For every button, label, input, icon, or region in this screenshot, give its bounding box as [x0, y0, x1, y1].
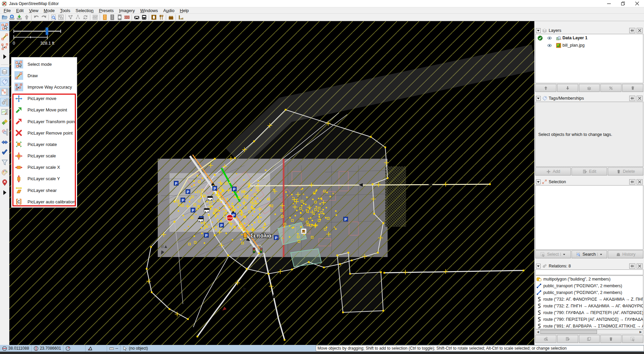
dlg-conflict-button[interactable]	[0, 138, 9, 147]
layers-close-button[interactable]	[637, 28, 643, 33]
scroll-left-arrow[interactable]: ◀	[536, 330, 540, 334]
preset-bus-button[interactable]	[140, 14, 148, 21]
dlg-filter-button[interactable]	[0, 158, 9, 167]
dropdown-arrow-icon[interactable]	[599, 253, 603, 256]
scroll-thumb[interactable]	[540, 330, 597, 334]
download-data-button[interactable]	[8, 14, 15, 21]
layers-collapse-button[interactable]	[536, 28, 541, 33]
selection-collapse-button[interactable]	[536, 180, 541, 184]
dlg-palette-button[interactable]	[0, 168, 9, 177]
selection-list[interactable]	[535, 185, 643, 250]
upload-data-button[interactable]	[23, 14, 30, 21]
layer-visible-eye-icon[interactable]	[547, 43, 552, 48]
menu-audio[interactable]: Audio	[161, 7, 177, 14]
mode-menu-item-select-mode[interactable]: Select mode	[11, 58, 77, 70]
relations-filter-input[interactable]	[535, 269, 643, 275]
relation-row[interactable]: public_transport ("ΡΟΣΙΝΙΟΛ", 2 members)	[536, 283, 643, 289]
mode-menu-item-piclayer-scale-y[interactable]: PicLayer scale Y	[11, 173, 77, 185]
relation-select-button[interactable]	[622, 335, 643, 343]
mode-menu-item-improve-way-accuracy[interactable]: Improve Way Accuracy	[11, 81, 77, 93]
select-mode-button[interactable]	[0, 22, 9, 31]
selection-close-button[interactable]	[637, 179, 643, 185]
relation-row[interactable]: route ("790: ΓΛΥΦΑΔΑ → ΠΕΡΙΣΤΕΡΙ (ΑΓ. ΑΝ…	[536, 309, 643, 316]
restore-button[interactable]	[616, 0, 630, 7]
layer-up-button[interactable]	[535, 84, 556, 92]
road-motorway-button[interactable]	[101, 14, 108, 21]
mode-menu-item-piclayer-shear[interactable]: PicLayer shear	[11, 185, 77, 196]
improve-way-button[interactable]	[0, 42, 9, 51]
dlg-selection-button[interactable]	[0, 88, 9, 96]
mode-menu-item-piclayer-scale-x[interactable]: PicLayer scale X	[11, 162, 77, 173]
mode-menu-item-piclayer-transform-point[interactable]: PicLayer Transform point	[11, 116, 77, 127]
road-crossing-button[interactable]	[116, 14, 123, 21]
dlg-autoscale-button[interactable]	[0, 118, 9, 127]
close-button[interactable]	[630, 0, 644, 7]
expander-button[interactable]	[0, 52, 9, 61]
menu-tools[interactable]: Tools	[57, 7, 73, 14]
imagery-disabled-button[interactable]	[91, 14, 99, 21]
relation-row[interactable]: multipolygon ("building", 2 members)	[536, 276, 643, 283]
mode-menu-item-piclayer-remove-point[interactable]: PicLayer Remove point	[11, 127, 77, 139]
preset-hotel-button[interactable]	[150, 14, 157, 21]
selection-pin-button[interactable]	[629, 179, 635, 185]
mode-menu-item-piclayer-move-point[interactable]: PicLayer Move point	[11, 104, 77, 116]
relations-list[interactable]: multipolygon ("building", 2 members)publ…	[535, 275, 643, 329]
redo-button[interactable]	[40, 14, 47, 21]
tags-add-button[interactable]: Add	[535, 167, 571, 175]
selection-search-button[interactable]: Search	[572, 250, 607, 258]
layer-merge-button[interactable]	[579, 84, 600, 92]
preferences-button[interactable]	[57, 14, 64, 21]
relations-pin-button[interactable]	[629, 263, 635, 269]
layer-down-button[interactable]	[557, 84, 578, 92]
preset-chart-button[interactable]	[177, 14, 184, 21]
relation-delete-button[interactable]	[600, 335, 622, 343]
menu-selection[interactable]: Selection	[73, 7, 96, 14]
relations-collapse-button[interactable]	[536, 264, 541, 268]
minimize-button[interactable]	[602, 0, 616, 7]
mode-menu-item-piclayer-rotate[interactable]: PicLayer rotate	[11, 139, 77, 150]
wall-button[interactable]	[123, 14, 131, 21]
tags-pin-button[interactable]	[629, 96, 635, 101]
selection-select-button[interactable]: Select	[535, 250, 571, 258]
menu-mode[interactable]: Mode	[41, 7, 57, 14]
selection-history-button[interactable]: History	[608, 250, 643, 258]
dlg-layers-button[interactable]	[0, 67, 9, 76]
dlg-relations-button[interactable]	[0, 98, 9, 106]
layer-delete-button[interactable]	[622, 84, 643, 92]
dlg-shapes-button[interactable]	[0, 128, 9, 137]
refresh-button[interactable]	[82, 14, 89, 21]
scroll-right-arrow[interactable]: ▶	[638, 330, 643, 334]
relations-hscrollbar[interactable]: ◀ ▶	[535, 330, 643, 334]
map-canvas[interactable]: PPPPPPPPPPPPSTOPΣεπόλιαΑΔΜΗΕB0328.1 ft S…	[9, 21, 534, 345]
mode-menu-item-draw[interactable]: Draw	[11, 70, 77, 81]
dlg-validator-button[interactable]	[0, 148, 9, 157]
map-render[interactable]: PPPPPPPPPPPPSTOPΣεπόλιαΑΔΜΗΕB0328.1 ft	[9, 21, 534, 345]
relation-row[interactable]: route ("732: Ζ. ΠΗΓΗ → ΑΚΑΔΗΜΙΑ → ΑΓ. ΦΑ…	[536, 303, 643, 309]
menu-view[interactable]: View	[26, 7, 41, 14]
dlg-pin-button[interactable]	[0, 178, 9, 187]
relation-edit-button[interactable]	[557, 335, 578, 343]
dropdown-arrow-icon[interactable]	[562, 253, 566, 256]
preset-castle-button[interactable]	[167, 14, 175, 21]
mode-menu-item-piclayer-move[interactable]: PicLayer move	[11, 93, 77, 104]
relation-row[interactable]: route ("732: ΑΓ. ΦΑΝΟΥΡΙΟΣ → ΑΚΑΔΗΜΙΑ → …	[536, 296, 643, 303]
tags-close-button[interactable]	[637, 96, 643, 101]
layer-row[interactable]: bill_plan.jpg	[536, 42, 643, 49]
menu-presets[interactable]: Presets	[96, 7, 116, 14]
relation-copy-button[interactable]	[579, 335, 600, 343]
relation-row[interactable]: route ("891: ΑΓ. ΒΑΡΒΑΡΑ → ΣΤΑΘΜΟΣ ΑΤΤΙΚ…	[536, 323, 643, 329]
layers-pin-button[interactable]	[629, 28, 635, 33]
menu-file[interactable]: File	[1, 7, 13, 14]
preset-restaurant-button[interactable]	[157, 14, 165, 21]
mode-menu-item-piclayer-auto-calibration[interactable]: CPicLayer auto calibration	[11, 196, 77, 207]
relation-row[interactable]: public_transport ("ΡΟΣΙΝΙΟΛ", 2 members)	[536, 289, 643, 296]
menu-imagery[interactable]: Imagery	[116, 7, 138, 14]
tags-collapse-button[interactable]	[536, 96, 541, 101]
dlg-tags-button[interactable]	[0, 78, 9, 86]
menu-help[interactable]: Help	[177, 7, 192, 14]
preset-car-button[interactable]	[133, 14, 140, 21]
relations-close-button[interactable]	[637, 263, 643, 269]
layer-visible-eye-icon[interactable]	[547, 36, 552, 41]
layer-opacity-button[interactable]	[600, 84, 622, 92]
search-objects-button[interactable]	[50, 14, 57, 21]
